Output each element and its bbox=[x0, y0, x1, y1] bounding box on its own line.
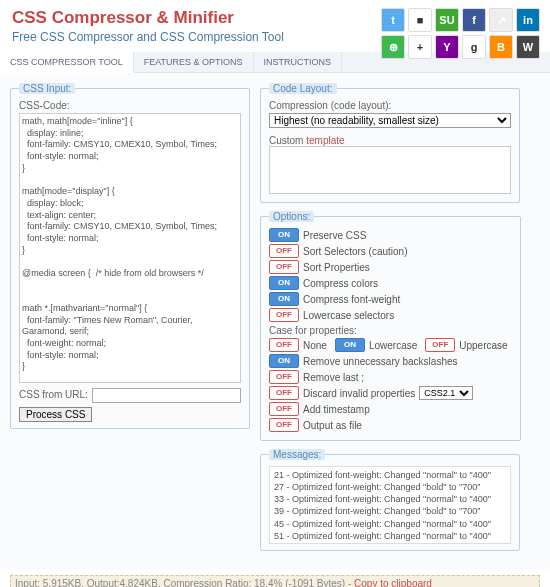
social-icons: t■SUf↗in ⊕+YgBW bbox=[381, 8, 540, 62]
option-label: Sort Properties bbox=[303, 262, 370, 273]
social-icon[interactable]: SU bbox=[435, 8, 459, 32]
social-icon[interactable]: Y bbox=[435, 35, 459, 59]
social-icon[interactable]: g bbox=[462, 35, 486, 59]
option-label: Compress font-weight bbox=[303, 294, 400, 305]
toggle[interactable] bbox=[269, 370, 299, 384]
social-icon[interactable]: ■ bbox=[408, 8, 432, 32]
stats-bar: Input: 5.915KB, Output:4.824KB, Compress… bbox=[10, 575, 540, 587]
option-label: Remove unnecessary backslashes bbox=[303, 356, 458, 367]
toggle[interactable] bbox=[335, 338, 365, 352]
option-label: Preserve CSS bbox=[303, 230, 366, 241]
message-line: 51 - Optimized font-weight: Changed "nor… bbox=[274, 530, 506, 542]
css-code-label: CSS-Code: bbox=[19, 100, 241, 111]
toggle[interactable] bbox=[269, 260, 299, 274]
options-panel: Options: Preserve CSSSort Selectors (cau… bbox=[260, 211, 521, 441]
social-icon[interactable]: W bbox=[516, 35, 540, 59]
option-label: Output as file bbox=[303, 420, 362, 431]
social-icon[interactable]: B bbox=[489, 35, 513, 59]
social-icon[interactable]: ⊕ bbox=[381, 35, 405, 59]
option-label: Lowercase selectors bbox=[303, 310, 394, 321]
tab[interactable]: CSS COMPRESSOR TOOL bbox=[0, 52, 134, 73]
social-icon[interactable]: + bbox=[408, 35, 432, 59]
social-icon[interactable]: t bbox=[381, 8, 405, 32]
option-label: Remove last ; bbox=[303, 372, 364, 383]
toggle[interactable] bbox=[269, 418, 299, 432]
toggle[interactable] bbox=[269, 338, 299, 352]
message-line: 21 - Optimized font-weight: Changed "nor… bbox=[274, 469, 506, 481]
discard-select[interactable]: CSS2.1 bbox=[419, 386, 473, 400]
option-label: Discard invalid properties bbox=[303, 388, 415, 399]
messages-panel: Messages: 21 - Optimized font-weight: Ch… bbox=[260, 449, 520, 551]
code-layout-legend: Code Layout: bbox=[269, 83, 337, 94]
messages-legend: Messages: bbox=[269, 449, 325, 460]
message-line: 39 - Optimized font-weight: Changed "bol… bbox=[274, 505, 506, 517]
toggle[interactable] bbox=[269, 228, 299, 242]
toggle[interactable] bbox=[425, 338, 455, 352]
header: CSS Compressor & Minifier Free CSS Compr… bbox=[0, 0, 550, 52]
message-line: 27 - Optimized font-weight: Changed "bol… bbox=[274, 481, 506, 493]
toggle[interactable] bbox=[269, 402, 299, 416]
css-input-panel: CSS Input: CSS-Code: CSS from URL: Proce… bbox=[10, 83, 250, 429]
copy-link[interactable]: Copy to clipboard bbox=[354, 578, 432, 587]
css-code-textarea[interactable] bbox=[19, 113, 241, 383]
css-url-input[interactable] bbox=[92, 388, 241, 403]
css-url-label: CSS from URL: bbox=[19, 389, 88, 400]
messages-list[interactable]: 21 - Optimized font-weight: Changed "nor… bbox=[269, 466, 511, 544]
social-icon[interactable]: ↗ bbox=[489, 8, 513, 32]
option-label: Compress colors bbox=[303, 278, 378, 289]
case-label: Case for properties: bbox=[269, 325, 512, 336]
toggle[interactable] bbox=[269, 276, 299, 290]
code-layout-panel: Code Layout: Compression (code layout): … bbox=[260, 83, 520, 203]
toggle[interactable] bbox=[269, 308, 299, 322]
custom-label: Custom bbox=[269, 135, 306, 146]
tab[interactable]: FEATURES & OPTIONS bbox=[134, 52, 254, 72]
social-icon[interactable]: f bbox=[462, 8, 486, 32]
css-input-legend: CSS Input: bbox=[19, 83, 75, 94]
message-line: 45 - Optimized font-weight: Changed "nor… bbox=[274, 518, 506, 530]
compression-label: Compression (code layout): bbox=[269, 100, 511, 111]
toggle[interactable] bbox=[269, 244, 299, 258]
process-button[interactable]: Process CSS bbox=[19, 407, 92, 422]
toggle[interactable] bbox=[269, 354, 299, 368]
option-label: Sort Selectors (caution) bbox=[303, 246, 408, 257]
toggle[interactable] bbox=[269, 292, 299, 306]
toggle[interactable] bbox=[269, 386, 299, 400]
tab[interactable]: INSTRUCTIONS bbox=[254, 52, 343, 72]
options-legend: Options: bbox=[269, 211, 314, 222]
template-link[interactable]: template bbox=[306, 135, 344, 146]
custom-template-textarea[interactable] bbox=[269, 146, 511, 194]
message-line: 57 - Optimized font-weight: Changed "bol… bbox=[274, 542, 506, 544]
social-icon[interactable]: in bbox=[516, 8, 540, 32]
option-label: Add timestamp bbox=[303, 404, 370, 415]
compression-select[interactable]: Highest (no readability, smallest size) bbox=[269, 113, 511, 128]
message-line: 33 - Optimized font-weight: Changed "nor… bbox=[274, 493, 506, 505]
